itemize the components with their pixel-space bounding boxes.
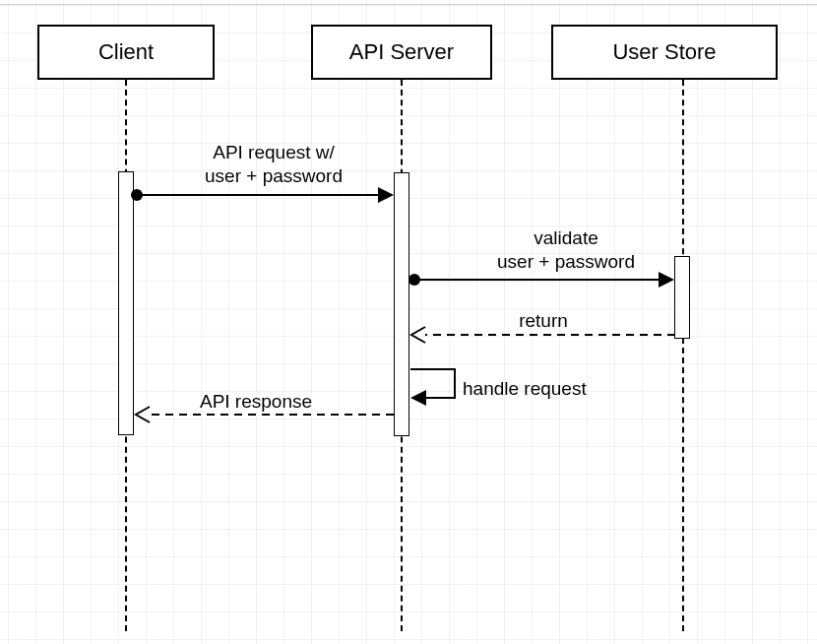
sequence-diagram: Client API Server User Store API request…	[0, 0, 817, 644]
arrow-validate	[404, 270, 679, 290]
svg-marker-5	[659, 272, 674, 288]
activation-client	[118, 171, 134, 435]
message-api-request-label: API request w/ user + password	[175, 141, 372, 188]
participant-api-server-label: API Server	[349, 39, 454, 65]
message-handle-request-label: handle request	[463, 377, 610, 401]
message-validate-label: validate user + password	[468, 226, 664, 274]
svg-marker-7	[410, 390, 426, 406]
participant-client-label: Client	[98, 39, 154, 65]
arrow-return	[409, 325, 677, 345]
participant-client: Client	[37, 25, 215, 80]
svg-marker-2	[378, 187, 394, 203]
arrow-handle-request	[408, 366, 467, 410]
participant-user-store: User Store	[551, 25, 778, 80]
arrow-api-request	[128, 185, 400, 205]
participant-api-server: API Server	[311, 25, 492, 80]
lifeline-user-store	[682, 80, 684, 631]
page-top-divider	[0, 4, 817, 5]
participant-user-store-label: User Store	[612, 39, 716, 65]
arrow-api-response	[134, 405, 398, 424]
